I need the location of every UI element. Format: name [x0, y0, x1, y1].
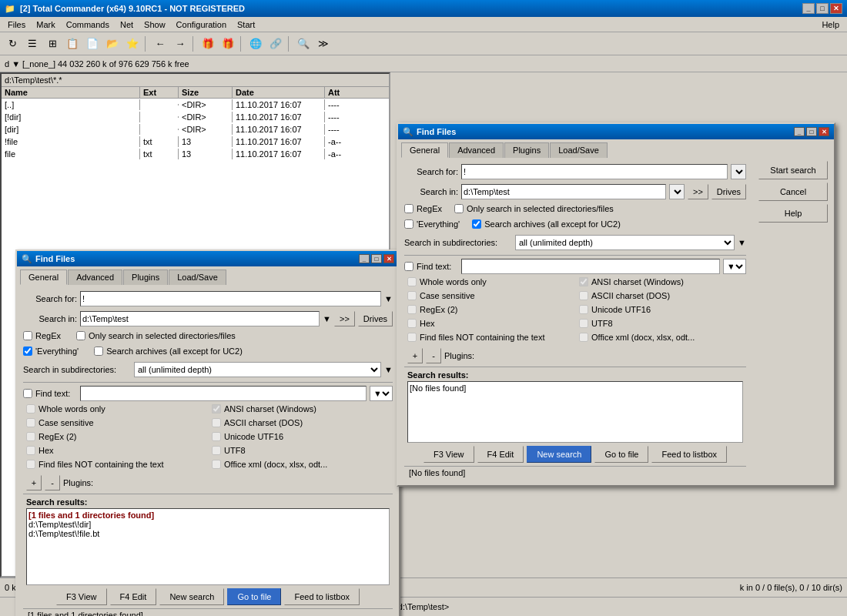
plugins-minus-btn-front[interactable]: -	[426, 348, 441, 363]
find-text-checkbox-front[interactable]	[404, 262, 413, 271]
find-dialog-back-close[interactable]: ✕	[383, 254, 394, 263]
toolbar-forward[interactable]: →	[171, 35, 189, 53]
not-containing-checkbox-front[interactable]	[407, 333, 417, 342]
whole-words-checkbox-back[interactable]	[26, 404, 35, 413]
find-text-select-back[interactable]: ▼	[370, 386, 393, 401]
tab-general-back[interactable]: General	[20, 270, 67, 285]
tab-loadsave-back[interactable]: Load/Save	[169, 270, 226, 285]
menu-mark[interactable]: Mark	[32, 18, 59, 31]
find-dialog-back-maximize[interactable]: □	[371, 254, 382, 263]
regex2-checkbox-back[interactable]	[26, 432, 35, 441]
toolbar-refresh[interactable]: ↻	[3, 35, 22, 53]
go-to-file-btn-back[interactable]: Go to file	[227, 588, 281, 605]
search-archives-checkbox-back[interactable]	[94, 346, 103, 356]
utf8-checkbox-back[interactable]	[212, 446, 221, 455]
only-selected-checkbox-front[interactable]	[454, 204, 464, 213]
toolbar-view2[interactable]: ⊞	[43, 35, 62, 53]
menu-commands[interactable]: Commands	[62, 18, 114, 31]
minimize-button[interactable]: _	[802, 3, 815, 14]
ascii-checkbox-back[interactable]	[212, 418, 221, 427]
find-dialog-back-titlebar[interactable]: 🔍 Find Files _ □ ✕	[17, 251, 399, 266]
toolbar-gift1[interactable]: 🎁	[199, 35, 217, 53]
utf8-checkbox-front[interactable]	[579, 319, 588, 328]
feed-to-listbox-btn-front[interactable]: Feed to listbox	[651, 446, 727, 463]
subdirs-select-back[interactable]: all (unlimited depth)	[134, 362, 381, 377]
feed-to-listbox-btn-back[interactable]: Feed to listbox	[284, 588, 360, 605]
tab-general-front[interactable]: General	[401, 142, 448, 158]
menu-start[interactable]: Start	[233, 18, 259, 31]
ansi-checkbox-back[interactable]	[212, 404, 221, 413]
case-sensitive-checkbox-back[interactable]	[26, 418, 35, 427]
only-selected-checkbox-back[interactable]	[76, 331, 85, 340]
toolbar-view3[interactable]: 📋	[63, 35, 82, 53]
subdirs-select-front[interactable]: all (unlimited depth)	[515, 235, 735, 250]
search-in-browse-front[interactable]: >>	[688, 184, 708, 199]
drives-btn-front[interactable]: Drives	[711, 184, 746, 199]
menu-help[interactable]: Help	[817, 18, 844, 31]
new-search-btn-back[interactable]: New search	[159, 588, 224, 605]
plugins-plus-btn-front[interactable]: +	[407, 348, 423, 363]
plugins-minus-btn-back[interactable]: -	[45, 475, 60, 490]
start-search-btn[interactable]: Start search	[758, 161, 828, 179]
utf16-checkbox-back[interactable]	[212, 432, 221, 441]
search-in-dropdown-front[interactable]: ▼	[669, 184, 685, 199]
drive-label[interactable]: d ▼ [_none_]	[5, 59, 55, 69]
toolbar-view5[interactable]: 📂	[103, 35, 122, 53]
toolbar-search[interactable]: 🔍	[294, 35, 313, 53]
menu-show[interactable]: Show	[139, 18, 170, 31]
office-checkbox-back[interactable]	[212, 460, 221, 469]
search-for-input-back[interactable]	[80, 291, 381, 306]
maximize-button[interactable]: □	[816, 3, 829, 14]
help-btn[interactable]: Help	[758, 204, 828, 223]
search-in-browse-back[interactable]: >>	[334, 311, 355, 326]
search-results-box-back[interactable]: [1 files and 1 directories found] d:\Tem…	[26, 508, 390, 585]
tab-advanced-front[interactable]: Advanced	[449, 142, 504, 158]
tab-plugins-back[interactable]: Plugins	[123, 270, 168, 285]
ascii-checkbox-front[interactable]	[579, 291, 588, 300]
find-dialog-front-minimize[interactable]: _	[794, 127, 805, 136]
new-search-btn-front[interactable]: New search	[527, 446, 591, 463]
utf16-checkbox-front[interactable]	[579, 305, 588, 314]
hex-checkbox-back[interactable]	[26, 446, 35, 455]
find-dialog-front-maximize[interactable]: □	[806, 127, 817, 136]
menu-net[interactable]: Net	[116, 18, 138, 31]
find-text-input-front[interactable]	[461, 259, 720, 274]
f3view-btn-back[interactable]: F3 View	[56, 588, 107, 605]
tab-loadsave-front[interactable]: Load/Save	[550, 142, 608, 158]
cancel-btn[interactable]: Cancel	[758, 182, 828, 201]
office-checkbox-front[interactable]	[579, 333, 588, 342]
search-results-box-front[interactable]: [No files found]	[407, 381, 743, 443]
regex-checkbox-back[interactable]	[23, 331, 32, 340]
not-containing-checkbox-back[interactable]	[26, 460, 35, 469]
find-dialog-front-close[interactable]: ✕	[819, 127, 829, 136]
whole-words-checkbox-front[interactable]	[407, 277, 417, 286]
f4edit-btn-back[interactable]: F4 Edit	[110, 588, 157, 605]
toolbar-view4[interactable]: 📄	[83, 35, 102, 53]
tab-advanced-back[interactable]: Advanced	[68, 270, 122, 285]
toolbar-view6[interactable]: ⭐	[123, 35, 142, 53]
toolbar-net1[interactable]: 🌐	[246, 35, 265, 53]
go-to-file-btn-front[interactable]: Go to file	[594, 446, 648, 463]
search-archives-checkbox-front[interactable]	[472, 219, 481, 229]
toolbar-net2[interactable]: 🔗	[266, 35, 285, 53]
search-in-input-front[interactable]	[461, 184, 666, 199]
case-sensitive-checkbox-front[interactable]	[407, 291, 417, 300]
f3view-btn-front[interactable]: F3 View	[424, 446, 474, 463]
f4edit-btn-front[interactable]: F4 Edit	[477, 446, 524, 463]
ansi-checkbox-front[interactable]	[579, 277, 588, 286]
regex2-checkbox-front[interactable]	[407, 305, 417, 314]
menu-files[interactable]: Files	[3, 18, 30, 31]
find-dialog-back-minimize[interactable]: _	[359, 254, 370, 263]
drives-btn-back[interactable]: Drives	[358, 311, 393, 326]
menu-configuration[interactable]: Configuration	[172, 18, 231, 31]
hex-checkbox-front[interactable]	[407, 319, 417, 328]
toolbar-back[interactable]: ←	[151, 35, 169, 53]
everything-checkbox-back[interactable]	[23, 346, 32, 356]
regex-checkbox-front[interactable]	[404, 204, 413, 213]
find-text-input-back[interactable]	[80, 386, 367, 401]
find-text-select-front[interactable]: ▼	[723, 259, 746, 274]
toolbar-view1[interactable]: ☰	[23, 35, 42, 53]
search-for-dropdown-front[interactable]: ▼	[731, 164, 746, 179]
search-for-dropdown-icon[interactable]: ▼	[384, 294, 393, 303]
close-button[interactable]: ✕	[830, 3, 842, 14]
